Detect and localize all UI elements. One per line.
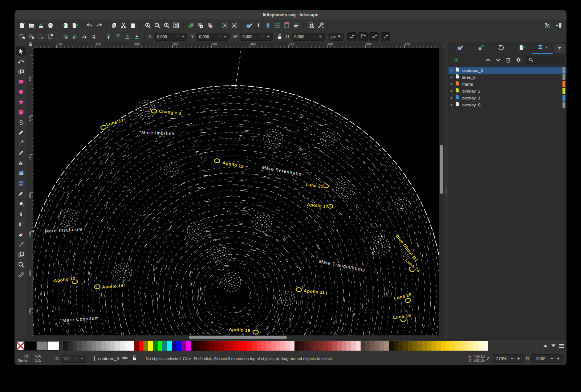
palette-swatch[interactable] <box>92 341 96 351</box>
zoom-in-button[interactable] <box>143 21 153 30</box>
palette-swatch[interactable] <box>436 341 441 351</box>
palette-swatch[interactable] <box>77 341 82 351</box>
move-up-button[interactable] <box>483 56 493 64</box>
measure-tool[interactable] <box>16 270 26 279</box>
lower-button[interactable] <box>123 32 132 41</box>
dialog-tab-undo-history[interactable] <box>491 42 512 54</box>
lock-ratio-icon[interactable] <box>275 32 284 41</box>
layers-dialog-button[interactable] <box>263 21 273 30</box>
w-spinbox[interactable]: 0,000 − + <box>240 33 273 41</box>
rotation-spinbox[interactable]: 0,00° − + <box>531 354 564 363</box>
palette-swatch[interactable] <box>294 341 299 351</box>
palette-swatch[interactable] <box>68 341 73 351</box>
palette-swatch[interactable] <box>431 341 436 351</box>
x-spinbox[interactable]: 0,000 − + <box>154 33 187 41</box>
palette-swatch[interactable] <box>186 341 191 351</box>
palette-swatch[interactable] <box>375 341 379 351</box>
raise-button[interactable] <box>113 32 123 41</box>
selection-touch-button[interactable] <box>46 32 55 41</box>
cut-button[interactable] <box>119 21 128 30</box>
palette-swatch[interactable] <box>285 341 290 351</box>
palette-swatch[interactable] <box>110 341 115 351</box>
palette-swatch[interactable] <box>228 341 233 351</box>
layer-name[interactable]: contours_0 <box>462 68 483 73</box>
w-value[interactable]: 0,000 <box>241 34 260 39</box>
palette-swatch[interactable] <box>384 341 389 351</box>
palette-swatch[interactable] <box>299 341 304 351</box>
palette-scroll-down-icon[interactable] <box>551 344 556 347</box>
layer-name[interactable]: frame <box>462 82 473 86</box>
layer-row[interactable]: lines_0 <box>448 74 566 81</box>
node-tool[interactable] <box>16 57 26 66</box>
horizontal-scrollbar[interactable] <box>33 335 439 339</box>
palette-swatch[interactable] <box>351 341 356 351</box>
rotation-decrement[interactable]: − <box>549 356 555 361</box>
palette-swatch[interactable] <box>337 341 342 351</box>
palette-swatch[interactable] <box>129 341 134 351</box>
palette-swatch[interactable] <box>172 341 176 351</box>
palette-swatch[interactable] <box>394 341 398 351</box>
palette-swatch[interactable] <box>361 341 365 351</box>
lower-bottom-button[interactable] <box>132 32 142 41</box>
palette-swatch[interactable] <box>365 341 370 351</box>
export-button[interactable] <box>70 21 80 30</box>
palette-swatch[interactable] <box>143 341 148 351</box>
palette-swatch[interactable] <box>276 341 280 351</box>
fill-stroke-button[interactable] <box>244 21 254 30</box>
rotate-cw-button[interactable] <box>70 32 80 41</box>
palette-swatch[interactable] <box>266 341 271 351</box>
clone-button[interactable] <box>196 21 205 30</box>
layer-name[interactable]: overlay_0 <box>462 103 480 107</box>
h-increment[interactable]: + <box>318 34 323 39</box>
layer-search-input[interactable] <box>526 56 564 64</box>
palette-swatch[interactable] <box>224 341 228 351</box>
rect-tool[interactable] <box>16 77 26 86</box>
palette-swatch[interactable] <box>328 341 332 351</box>
expander-icon[interactable] <box>451 90 452 93</box>
y-increment[interactable]: + <box>222 34 228 39</box>
close-dialog-icon[interactable]: × <box>545 45 548 50</box>
pages-tool[interactable] <box>16 250 26 259</box>
palette-swatch[interactable] <box>96 341 101 351</box>
affect-pattern-toggle[interactable] <box>381 32 390 41</box>
current-layer-name[interactable]: contours_0 <box>98 356 119 361</box>
layer-visibility-icon[interactable] <box>122 355 128 363</box>
expander-icon[interactable] <box>451 83 452 86</box>
palette-swatch[interactable] <box>342 341 346 351</box>
y-value[interactable]: 0,000 <box>198 34 217 39</box>
palette-swatch[interactable] <box>238 341 243 351</box>
calligraphy-tool[interactable] <box>16 148 26 157</box>
big-swatch[interactable] <box>48 341 60 351</box>
rotation-value[interactable]: 0,00° <box>533 356 549 361</box>
settings-button[interactable] <box>514 56 523 64</box>
w-decrement[interactable]: − <box>260 34 266 39</box>
x-decrement[interactable]: − <box>175 34 180 39</box>
copy-button[interactable] <box>109 21 119 30</box>
zoom-decrement[interactable]: − <box>509 356 516 361</box>
vertical-scrollbar[interactable] <box>439 48 444 335</box>
zoom-increment[interactable]: + <box>515 356 522 361</box>
vertical-ruler[interactable]: 50100150200250300350 <box>28 48 33 339</box>
pen-tool[interactable] <box>16 138 26 147</box>
gradient-tool[interactable] <box>16 168 26 177</box>
palette-swatch[interactable] <box>280 341 285 351</box>
big-swatch[interactable] <box>36 341 48 351</box>
y-decrement[interactable]: − <box>217 34 222 39</box>
close-window-button[interactable] <box>22 13 26 17</box>
palette-swatch[interactable] <box>323 341 328 351</box>
zoom-fit-button[interactable] <box>171 21 181 30</box>
dialog-tab-export[interactable] <box>512 42 532 54</box>
palette-swatch[interactable] <box>446 341 450 351</box>
palette-swatch[interactable] <box>252 341 257 351</box>
palette-swatch[interactable] <box>304 341 309 351</box>
layer-row[interactable]: frame <box>448 81 566 87</box>
palette-swatch[interactable] <box>427 341 431 351</box>
opacity-decrement[interactable]: − <box>74 356 79 361</box>
palette-swatch[interactable] <box>247 341 252 351</box>
layer-name[interactable]: lines_0 <box>462 75 475 79</box>
palette-swatch[interactable] <box>257 341 261 351</box>
palette-swatch[interactable] <box>243 341 247 351</box>
palette-swatch[interactable] <box>115 341 120 351</box>
expander-icon[interactable] <box>451 76 452 79</box>
dialog-tab-layers-dialog[interactable]: × <box>532 42 553 54</box>
